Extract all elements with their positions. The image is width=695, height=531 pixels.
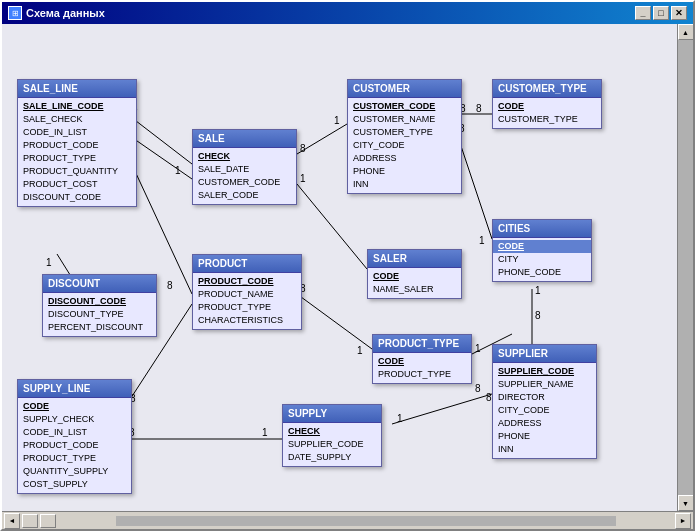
field-sup-inn: INN [498, 443, 591, 456]
field-city-code: CITY_CODE [353, 139, 456, 152]
field-cities-code: CODE [493, 240, 591, 253]
field-customer-type: CUSTOMER_TYPE [353, 126, 456, 139]
field-sup-address: ADDRESS [498, 417, 591, 430]
scroll-track-right[interactable] [678, 40, 693, 495]
field-saler-code: CODE [373, 270, 456, 283]
table-product-type[interactable]: PRODUCT_TYPE CODE PRODUCT_TYPE [372, 334, 472, 384]
field-pt-code: CODE [378, 355, 466, 368]
minimize-button[interactable]: _ [635, 6, 651, 20]
svg-line-15 [457, 134, 492, 239]
field-supply-supplier-code: SUPPLIER_CODE [288, 438, 376, 451]
table-product-type-header: PRODUCT_TYPE [373, 335, 471, 353]
field-discount-type: DISCOUNT_TYPE [48, 308, 151, 321]
field-code-in-list: CODE_IN_LIST [23, 126, 131, 139]
table-customer-type-header: CUSTOMER_TYPE [493, 80, 601, 98]
table-saler-body: CODE NAME_SALER [368, 268, 461, 298]
scroll-left-button[interactable]: ◄ [4, 513, 20, 529]
svg-text:1: 1 [475, 343, 481, 354]
table-cities-body: CODE CITY PHONE_CODE [493, 238, 591, 281]
table-customer-type-body: CODE CUSTOMER_TYPE [493, 98, 601, 128]
main-window: ⊞ Схема данных _ □ ✕ 8 1 8 1 [0, 0, 695, 531]
table-product[interactable]: PRODUCT PRODUCT_CODE PRODUCT_NAME PRODUC… [192, 254, 302, 330]
field-inn: INN [353, 178, 456, 191]
svg-text:1: 1 [397, 413, 403, 424]
table-discount[interactable]: DISCOUNT DISCOUNT_CODE DISCOUNT_TYPE PER… [42, 274, 157, 337]
field-percent-discount: PERCENT_DISCOUNT [48, 321, 151, 334]
field-sup-city-code: CITY_CODE [498, 404, 591, 417]
field-sale-check: SALE_CHECK [23, 113, 131, 126]
field-sup-phone: PHONE [498, 430, 591, 443]
scroll-track-bottom[interactable] [116, 516, 616, 526]
table-supply[interactable]: SUPPLY CHECK SUPPLIER_CODE DATE_SUPPLY [282, 404, 382, 467]
close-button[interactable]: ✕ [671, 6, 687, 20]
table-supply-line[interactable]: SUPPLY_LINE CODE SUPPLY_CHECK CODE_IN_LI… [17, 379, 132, 494]
field-sale-date: SALE_DATE [198, 163, 291, 176]
scroll-up-button[interactable]: ▲ [678, 24, 694, 40]
svg-text:1: 1 [357, 345, 363, 356]
svg-text:8: 8 [167, 280, 173, 291]
svg-text:1: 1 [479, 235, 485, 246]
field-product-cost: PRODUCT_COST [23, 178, 131, 191]
field-quantity-supply: QUANTITY_SUPPLY [23, 465, 126, 478]
svg-line-33 [392, 394, 492, 424]
table-cities[interactable]: CITIES CODE CITY PHONE_CODE [492, 219, 592, 282]
bottom-btn-1[interactable] [22, 514, 38, 528]
svg-text:1: 1 [300, 173, 306, 184]
field-product-type: PRODUCT_TYPE [23, 152, 131, 165]
table-sale-body: CHECK SALE_DATE CUSTOMER_CODE SALER_CODE [193, 148, 296, 204]
table-customer[interactable]: CUSTOMER CUSTOMER_CODE CUSTOMER_NAME CUS… [347, 79, 462, 194]
table-customer-body: CUSTOMER_CODE CUSTOMER_NAME CUSTOMER_TYP… [348, 98, 461, 193]
field-sale-check: CHECK [198, 150, 291, 163]
title-buttons: _ □ ✕ [635, 6, 687, 20]
svg-text:8: 8 [535, 310, 541, 321]
table-cities-header: CITIES [493, 220, 591, 238]
table-product-type-body: CODE PRODUCT_TYPE [373, 353, 471, 383]
field-director: DIRECTOR [498, 391, 591, 404]
field-customer-code: CUSTOMER_CODE [198, 176, 291, 189]
table-discount-header: DISCOUNT [43, 275, 156, 293]
scroll-right-button[interactable]: ► [675, 513, 691, 529]
table-customer-type[interactable]: CUSTOMER_TYPE CODE CUSTOMER_TYPE [492, 79, 602, 129]
scrollbar-right[interactable]: ▲ ▼ [677, 24, 693, 511]
diagram-area[interactable]: 8 1 8 1 8 1 1 8 8 [2, 24, 677, 511]
table-supply-line-header: SUPPLY_LINE [18, 380, 131, 398]
table-sale-line-header: SALE_LINE [18, 80, 136, 98]
svg-text:1: 1 [262, 427, 268, 438]
svg-text:1: 1 [46, 257, 52, 268]
table-sale-line-body: SALE_LINE_CODE SALE_CHECK CODE_IN_LIST P… [18, 98, 136, 206]
field-sale-line-code: SALE_LINE_CODE [23, 100, 131, 113]
field-date-supply: DATE_SUPPLY [288, 451, 376, 464]
field-pt-product-type: PRODUCT_TYPE [378, 368, 466, 381]
field-name-saler: NAME_SALER [373, 283, 456, 296]
window-title: Схема данных [26, 7, 105, 19]
field-product-type: PRODUCT_TYPE [198, 301, 296, 314]
app-icon: ⊞ [8, 6, 22, 20]
bottom-btn-2[interactable] [40, 514, 56, 528]
field-discount-code: DISCOUNT_CODE [48, 295, 151, 308]
svg-line-7 [297, 124, 347, 154]
field-customer-code: CUSTOMER_CODE [353, 100, 456, 113]
title-bar-left: ⊞ Схема данных [8, 6, 105, 20]
table-supply-header: SUPPLY [283, 405, 381, 423]
scroll-down-button[interactable]: ▼ [678, 495, 694, 511]
field-product-name: PRODUCT_NAME [198, 288, 296, 301]
table-supply-line-body: CODE SUPPLY_CHECK CODE_IN_LIST PRODUCT_C… [18, 398, 131, 493]
field-product-code: PRODUCT_CODE [23, 139, 131, 152]
field-city: CITY [498, 253, 586, 266]
table-sale-line[interactable]: SALE_LINE SALE_LINE_CODE SALE_CHECK CODE… [17, 79, 137, 207]
svg-text:1: 1 [175, 165, 181, 176]
table-saler[interactable]: SALER CODE NAME_SALER [367, 249, 462, 299]
table-sale[interactable]: SALE CHECK SALE_DATE CUSTOMER_CODE SALER… [192, 129, 297, 205]
field-ct-customer-type: CUSTOMER_TYPE [498, 113, 596, 126]
field-phone: PHONE [353, 165, 456, 178]
field-customer-name: CUSTOMER_NAME [353, 113, 456, 126]
table-saler-header: SALER [368, 250, 461, 268]
maximize-button[interactable]: □ [653, 6, 669, 20]
field-product-quantity: PRODUCT_QUANTITY [23, 165, 131, 178]
field-cost-supply: COST_SUPPLY [23, 478, 126, 491]
field-sl-product-type: PRODUCT_TYPE [23, 452, 126, 465]
table-supplier[interactable]: SUPPLIER SUPPLIER_CODE SUPPLIER_NAME DIR… [492, 344, 597, 459]
table-product-header: PRODUCT [193, 255, 301, 273]
field-sl-product-code: PRODUCT_CODE [23, 439, 126, 452]
field-ct-code: CODE [498, 100, 596, 113]
